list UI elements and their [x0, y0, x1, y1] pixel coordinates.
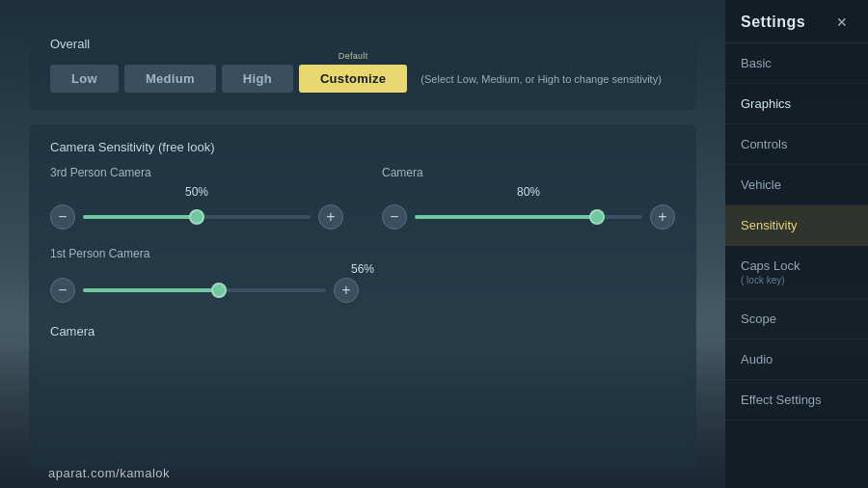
- slider-label-3rd: 3rd Person Camera: [50, 166, 343, 179]
- slider-minus-camera[interactable]: −: [382, 204, 407, 230]
- sidebar-item-label-scope: Scope: [741, 312, 776, 326]
- sidebar-item-label-caps: Caps Lock: [741, 258, 800, 273]
- sidebar-item-label-audio: Audio: [741, 352, 773, 366]
- tab-low[interactable]: Low: [50, 65, 119, 93]
- close-icon: ✕: [836, 14, 848, 30]
- overall-title: Overall: [50, 37, 675, 51]
- slider-label-camera: Camera: [382, 166, 675, 179]
- sidebar-item-scope[interactable]: Scope: [725, 299, 868, 339]
- sidebar-item-controls[interactable]: Controls: [725, 124, 868, 165]
- slider-track-bg-1st: [83, 288, 326, 292]
- slider-track-bg-camera: [415, 215, 642, 219]
- sidebar-item-vehicle[interactable]: Vehicle: [725, 165, 868, 205]
- slider-label-1st: 1st Person Camera: [50, 247, 675, 260]
- slider-fill-camera: [415, 215, 597, 219]
- close-button[interactable]: ✕: [831, 12, 853, 33]
- tab-hint: (Select Low, Medium, or High to change s…: [420, 73, 661, 85]
- settings-container: Overall Low Medium High Customize (Selec…: [0, 0, 868, 488]
- slider-minus-3rd[interactable]: −: [50, 204, 75, 230]
- sensitivity-section: Camera Sensitivity (free look) 3rd Perso…: [29, 124, 696, 469]
- slider-plus-1st[interactable]: +: [334, 278, 359, 303]
- sidebar-title: Settings: [741, 14, 805, 31]
- sidebar-item-audio[interactable]: Audio: [725, 339, 868, 380]
- slider-grid: 3rd Person Camera 50% − +: [50, 166, 675, 230]
- slider-thumb-3rd[interactable]: [189, 209, 204, 225]
- sidebar: Settings ✕ Basic Graphics Controls Vehic…: [725, 0, 868, 488]
- tabs-row: Low Medium High Customize (Select Low, M…: [50, 65, 675, 93]
- slider-track-camera[interactable]: [415, 214, 642, 220]
- slider-pct-1st: 56%: [50, 262, 675, 276]
- sidebar-item-caps-lock[interactable]: Caps Lock ( lock key): [725, 246, 868, 299]
- slider-plus-camera[interactable]: +: [650, 204, 675, 230]
- sidebar-item-effect-settings[interactable]: Effect Settings: [725, 380, 868, 420]
- slider-track-1st[interactable]: [83, 287, 326, 293]
- slider-row-3rd: − +: [50, 204, 343, 230]
- sidebar-item-label-effect: Effect Settings: [741, 393, 822, 407]
- sens-title: Camera Sensitivity (free look): [50, 140, 675, 154]
- slider-group-camera: Camera 80% − +: [382, 166, 675, 230]
- caps-lock-sublabel: ( lock key): [741, 275, 853, 285]
- slider-pct-3rd: 50%: [50, 185, 343, 199]
- slider-fill-1st: [83, 288, 219, 292]
- sidebar-item-label-sensitivity: Sensitivity: [741, 218, 798, 232]
- sidebar-item-basic[interactable]: Basic: [725, 43, 868, 84]
- slider-row-1st: − +: [50, 278, 359, 303]
- slider-minus-1st[interactable]: −: [50, 278, 75, 303]
- sidebar-item-label-vehicle: Vehicle: [741, 177, 781, 192]
- slider-thumb-1st[interactable]: [211, 283, 227, 298]
- sidebar-item-label-graphics: Graphics: [741, 96, 791, 111]
- main-panel: Overall Low Medium High Customize (Selec…: [0, 0, 725, 488]
- sidebar-items: Basic Graphics Controls Vehicle Sensitiv…: [725, 43, 868, 488]
- sidebar-item-graphics[interactable]: Graphics: [725, 84, 868, 124]
- slider-thumb-camera[interactable]: [589, 209, 605, 225]
- sidebar-item-label-basic: Basic: [741, 56, 772, 70]
- watermark: aparat.com/kamalok: [48, 466, 170, 480]
- sidebar-item-sensitivity[interactable]: Sensitivity: [725, 205, 868, 246]
- overall-section: Overall Low Medium High Customize (Selec…: [29, 19, 696, 110]
- tab-high[interactable]: High: [222, 65, 293, 93]
- sidebar-header: Settings ✕: [725, 0, 868, 43]
- slider-group-3rd: 3rd Person Camera 50% − +: [50, 166, 343, 230]
- camera-label-text: Camera: [50, 324, 675, 339]
- slider-fill-3rd: [83, 215, 197, 219]
- slider-track-3rd[interactable]: [83, 214, 311, 220]
- slider-pct-camera: 80%: [382, 185, 675, 199]
- sidebar-item-label-controls: Controls: [741, 137, 787, 151]
- tab-customize[interactable]: Customize: [299, 65, 407, 93]
- bottom-camera-label: Camera: [50, 324, 675, 339]
- slider-row-camera: − +: [382, 204, 675, 230]
- first-person-section: 1st Person Camera 56% − +: [50, 247, 675, 303]
- tab-medium[interactable]: Medium: [124, 65, 216, 93]
- slider-plus-3rd[interactable]: +: [318, 204, 343, 230]
